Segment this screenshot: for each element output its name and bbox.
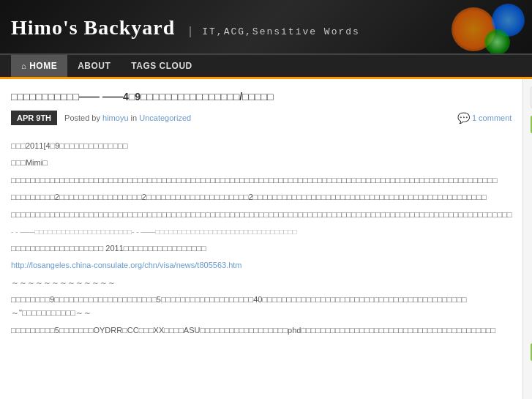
post-meta: APR 9TH Posted by himoyu in Uncategorize… [11,111,512,131]
post-line-7: □□□□□□□□9□□□□□□□□□□□□□□□□□□□□□5□□□□□□□□□… [11,294,512,319]
comment-count: 💬 1 comment [457,112,512,124]
header-title-area: Himo's Backyard IT,ACG,Sensitive Words [11,16,360,40]
post-separator: - - ——□□□□□□□□□□□□□□□□□□□□□□- - ——□□□□□□… [11,226,512,238]
post-url: http://losangeles.china-consulate.org/ch… [11,259,512,272]
post-line-3: □□□□□□□□□□□□□□□□□□□□□□□□□□□□□□□□□□□□□□□□… [11,174,512,187]
post-tilde: ～～～～～～～～～～～～～ [11,277,512,290]
comment-count-link[interactable]: 1 comment [472,113,512,122]
site-header: Himo's Backyard IT,ACG,Sensitive Words [0,0,532,55]
post-content: □□□2011[4□9□□□□□□□□□□□□□□ □□□Mimi□ □□□□□… [11,140,512,338]
post-category-link[interactable]: Uncategorized [139,113,191,122]
site-title: Himo's Backyard [11,16,175,40]
site-tagline: IT,ACG,Sensitive Words [190,26,360,37]
header-decorations [444,0,532,53]
post-url-link[interactable]: http://losangeles.china-consulate.org/ch… [11,261,242,269]
post-line-4: □□□□□□□□□2□□□□□□□□□□□□□□□□□2□□□□□□□□□□□□… [11,191,512,204]
decoration-green [484,29,510,53]
post-title-link[interactable]: □□□□□□□□□□□—— ——4□9□□□□□□□□□□□□□□□□/□□□□… [11,91,273,102]
post-date: APR 9TH [11,111,57,125]
comment-bubble-icon: 💬 [457,112,470,124]
nav-item-home[interactable]: ⌂ HOME [11,55,67,77]
home-icon: ⌂ [21,61,26,70]
post-line-6: □□□□□□□□□□□□□□□□□□□ 2011□□□□□□□□□□□□□□□□… [11,242,512,256]
post-line-8: □□□□□□□□□5□□□□□□□OYDRR□CC□□□XX□□□□ASU□□□… [11,324,512,338]
sidebar: Follow me t f r TAGS CLOUD geotag □□ ipo… [523,79,532,399]
nav-item-about[interactable]: ABOUT [67,55,121,77]
post-author-link[interactable]: himoyu [102,113,128,122]
post-meta-text: Posted by himoyu in Uncategorized [64,113,450,122]
post-line-2: □□□Mimi□ [11,157,512,170]
navigation: ⌂ HOME ABOUT TAGS CLOUD [0,55,532,79]
post-title: □□□□□□□□□□□—— ——4□9□□□□□□□□□□□□□□□□/□□□□… [11,90,512,105]
post-line-1: □□□2011[4□9□□□□□□□□□□□□□□ [11,140,512,153]
content-area: □□□□□□□□□□□—— ——4□9□□□□□□□□□□□□□□□□/□□□□… [0,79,523,399]
post-line-5: □□□□□□□□□□□□□□□□□□□□□□□□□□□□□□□□□□□□□□□□… [11,209,512,222]
nav-item-tags-cloud[interactable]: TAGS CLOUD [121,55,202,77]
main-layout: □□□□□□□□□□□—— ——4□9□□□□□□□□□□□□□□□□/□□□□… [0,79,532,399]
